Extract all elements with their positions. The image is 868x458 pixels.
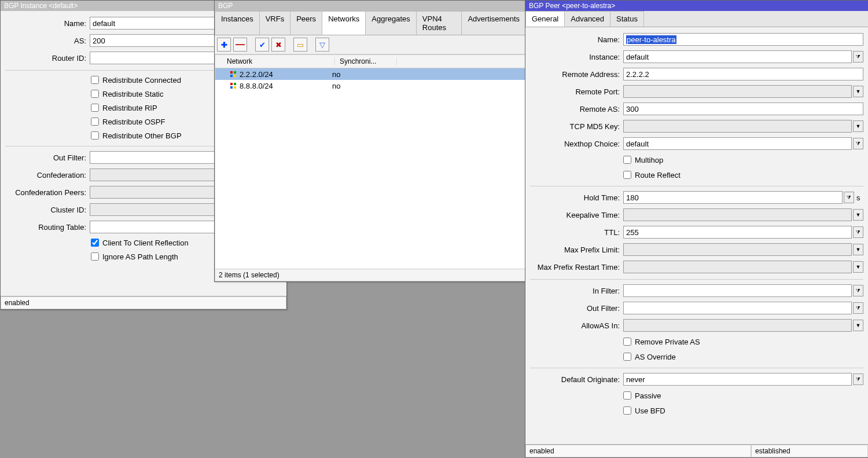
in-filter-input[interactable] [623,284,852,297]
funnel-icon: ▽ [319,41,325,49]
bgp-peer-tabs: General Advanced Status [525,11,868,27]
remote-as-label: Remote AS: [530,105,623,113]
tab-vpn4-routes[interactable]: VPN4 Routes [416,11,462,35]
out-filter-label: Out Filter: [530,304,623,313]
grid-row[interactable]: 8.8.8.0/24 no [215,80,525,91]
svg-rect-7 [234,86,236,89]
allowas-input[interactable] [623,319,852,332]
keepalive-dropdown-icon[interactable]: ▼ [853,209,863,221]
filter-button[interactable]: ▽ [315,38,329,52]
multihop-checkbox[interactable]: Multihop [623,153,863,166]
remote-port-dropdown-icon[interactable]: ▼ [853,86,863,97]
separator [530,186,863,186]
enable-button[interactable]: ✔ [255,38,269,52]
sync-value: no [328,82,389,90]
bgp-window: BGP Instances VRFs Peers Networks Aggreg… [214,0,526,282]
peer-name-input[interactable]: peer-to-alestra [623,33,863,46]
default-originate-label: Default Originate: [530,375,623,384]
out-filter-dropdown-icon[interactable]: ⧩ [853,302,863,314]
status-enabled: enabled [1,296,286,309]
max-prefix-limit-label: Max Prefix Limit: [530,246,623,254]
tab-instances[interactable]: Instances [215,11,260,35]
bgp-titlebar: BGP [215,1,525,11]
ttl-label: TTL: [530,228,623,237]
svg-rect-5 [234,83,236,85]
comment-button[interactable]: ▭ [293,38,307,52]
svg-rect-2 [230,75,233,77]
x-icon: ✖ [275,41,282,49]
hold-time-label: Hold Time: [530,193,623,202]
separator [530,368,863,368]
allowas-dropdown-icon[interactable]: ▼ [853,320,863,331]
remote-address-input[interactable]: 2.2.2.2 [623,68,863,80]
peer-name-label: Name: [530,35,623,44]
max-prefix-restart-input[interactable] [623,261,852,273]
instance-input[interactable]: default [623,50,852,63]
add-button[interactable]: ✚ [217,38,231,52]
instance-dropdown-icon[interactable]: ⧩ [853,51,863,63]
grid-header: Network Synchroni... [215,55,525,68]
nexthop-input[interactable]: default [623,137,852,150]
remote-port-input[interactable] [623,85,852,98]
remote-address-label: Remote Address: [530,70,623,79]
tab-general[interactable]: General [525,11,565,27]
bgp-peer-titlebar: BGP Peer <peer-to-alestra> [525,1,868,11]
bgp-instance-statusbar: enabled [1,296,286,309]
tcp-md5-input[interactable] [623,120,852,133]
col-network-header[interactable]: Network [215,57,335,65]
separator [530,279,863,280]
hold-time-input[interactable]: 180 [623,191,843,204]
route-reflect-checkbox[interactable]: Route Reflect [623,168,863,181]
bgp-toolbar: ✚ — ✔ ✖ ▭ ▽ [215,35,525,54]
default-originate-dropdown-icon[interactable]: ⧩ [853,373,863,385]
max-prefix-restart-dropdown-icon[interactable]: ▼ [853,261,863,273]
sync-value: no [328,70,389,79]
max-prefix-limit-input[interactable] [623,243,852,256]
disable-button[interactable]: ✖ [271,38,285,52]
allowas-label: AllowAS In: [530,321,623,330]
check-icon: ✔ [259,41,266,49]
remote-as-input[interactable]: 300 [623,102,863,115]
tab-networks[interactable]: Networks [322,11,366,35]
tcp-md5-dropdown-icon[interactable]: ▼ [853,120,863,132]
grid-status: 2 items (1 selected) [215,269,525,281]
col-synchronize-header[interactable]: Synchroni... [335,57,397,65]
tab-aggregates[interactable]: Aggregates [365,11,417,35]
out-filter-input[interactable] [623,302,852,314]
networks-grid[interactable]: Network Synchroni... 2.2.2.0/24 no 8.8.8… [215,54,525,281]
name-label: Name: [5,19,90,28]
router-id-label: Router ID: [5,54,90,63]
network-value: 2.2.2.0/24 [240,70,273,79]
plus-icon: ✚ [221,41,227,49]
status-established: established [751,445,868,457]
ttl-dropdown-icon[interactable]: ⧩ [853,226,863,238]
ttl-input[interactable]: 255 [623,226,852,239]
grid-row[interactable]: 2.2.2.0/24 no [215,68,525,80]
passive-checkbox[interactable]: Passive [623,389,863,402]
in-filter-dropdown-icon[interactable]: ⧩ [853,285,863,296]
default-originate-input[interactable]: never [623,373,852,386]
tab-advertisements[interactable]: Advertisements [461,11,526,35]
hold-time-unit: s [854,193,863,202]
network-value: 8.8.8.0/24 [240,82,273,90]
svg-rect-4 [230,83,233,85]
grid-body: 2.2.2.0/24 no 8.8.8.0/24 no [215,68,525,269]
remove-private-as-checkbox[interactable]: Remove Private AS [623,335,863,348]
tab-vrfs[interactable]: VRFs [259,11,291,35]
use-bfd-checkbox[interactable]: Use BFD [623,404,863,417]
keepalive-input[interactable] [623,208,852,221]
max-prefix-restart-label: Max Prefix Restart Time: [530,263,623,272]
svg-rect-0 [230,71,233,74]
tab-status[interactable]: Status [610,11,644,27]
network-icon [230,71,236,77]
remove-button[interactable]: — [233,38,247,52]
tab-peers[interactable]: Peers [290,11,322,35]
nexthop-dropdown-icon[interactable]: ⧩ [853,138,863,149]
max-prefix-limit-dropdown-icon[interactable]: ▼ [853,244,863,255]
remote-port-label: Remote Port: [530,87,623,96]
hold-time-dropdown-icon[interactable]: ⧩ [844,192,854,203]
svg-rect-1 [234,71,236,74]
tab-advanced[interactable]: Advanced [564,11,610,27]
in-filter-label: In Filter: [530,287,623,295]
as-override-checkbox[interactable]: AS Override [623,350,863,363]
